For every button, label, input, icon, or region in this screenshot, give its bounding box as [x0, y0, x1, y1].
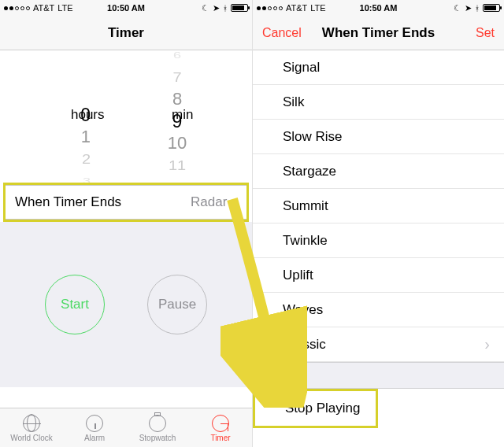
network: LTE — [57, 3, 72, 13]
tab-timer[interactable]: Timer — [189, 408, 252, 447]
carrier: AT&T — [286, 3, 307, 13]
moon-icon: ☾ — [454, 3, 461, 13]
sound-option[interactable]: Signal — [253, 50, 504, 85]
sound-option[interactable]: Stargaze — [253, 154, 504, 189]
page-title: When Timer Ends — [322, 25, 435, 41]
hours-label: hours — [71, 107, 105, 123]
globe-icon — [22, 414, 41, 433]
set-button[interactable]: Set — [476, 26, 495, 40]
timer-screen: AT&T LTE 10:50 AM ☾ ➤ ᚼ Timer 0 1 2 3 ho… — [0, 0, 252, 447]
when-timer-ends-label: When Timer Ends — [15, 194, 121, 210]
timer-icon — [211, 414, 230, 433]
battery-icon — [483, 4, 500, 12]
location-icon: ➤ — [213, 3, 220, 13]
pause-button[interactable]: Pause — [147, 275, 207, 334]
bluetooth-icon: ᚼ — [475, 4, 480, 13]
moon-icon: ☾ — [202, 3, 209, 13]
controls-area: Start Pause — [0, 222, 252, 387]
nav-bar: Timer — [0, 16, 252, 50]
battery-icon — [231, 4, 248, 12]
alarm-icon — [85, 414, 104, 433]
sound-option[interactable]: Slow Rise — [253, 120, 504, 154]
highlight-when-timer-ends: When Timer Ends Radar › — [3, 183, 249, 222]
status-bar: AT&T LTE 10:50 AM ☾ ➤ ᚼ — [0, 0, 252, 16]
tab-stopwatch[interactable]: Stopwatch — [126, 408, 189, 447]
sound-list[interactable]: Signal Silk Slow Rise Stargaze Summit Tw… — [253, 50, 504, 447]
highlight-stop-playing: Stop Playing — [253, 389, 378, 428]
stop-playing-row[interactable]: Stop Playing — [255, 391, 376, 426]
sound-option[interactable]: Twinkle — [253, 224, 504, 258]
network: LTE — [310, 3, 325, 13]
cancel-button[interactable]: Cancel — [262, 26, 302, 40]
signal-dots — [4, 6, 30, 10]
tab-bar: World Clock Alarm Stopwatch Timer — [0, 408, 252, 447]
signal-dots — [257, 6, 283, 10]
carrier: AT&T — [33, 3, 54, 13]
chevron-right-icon: › — [232, 194, 237, 212]
sound-option[interactable]: Summit — [253, 189, 504, 224]
sound-option[interactable]: Waves — [253, 293, 504, 327]
sound-option[interactable]: Silk — [253, 85, 504, 120]
min-label: min — [172, 107, 193, 123]
chevron-right-icon: › — [484, 335, 490, 353]
nav-bar: Cancel When Timer Ends Set — [253, 16, 504, 50]
sound-option[interactable]: Uplift — [253, 258, 504, 293]
when-timer-ends-row[interactable]: When Timer Ends Radar › — [6, 185, 246, 220]
bluetooth-icon: ᚼ — [223, 4, 228, 13]
sound-picker-screen: AT&T LTE 10:50 AM ☾ ➤ ᚼ Cancel When Time… — [252, 0, 504, 447]
duration-picker[interactable]: 0 1 2 3 hours 6 7 8 9 10 11 12 min — [0, 50, 252, 183]
status-bar: AT&T LTE 10:50 AM ☾ ➤ ᚼ — [253, 0, 504, 16]
stopwatch-icon — [148, 414, 167, 433]
tab-alarm[interactable]: Alarm — [63, 408, 126, 447]
clock-time: 10:50 AM — [107, 3, 145, 13]
page-title: Timer — [108, 25, 144, 41]
location-icon: ➤ — [465, 3, 472, 13]
start-button[interactable]: Start — [45, 275, 105, 334]
sound-option-classic[interactable]: Classic › — [253, 327, 504, 362]
tab-world-clock[interactable]: World Clock — [0, 408, 63, 447]
list-separator — [253, 362, 504, 389]
when-timer-ends-value: Radar — [191, 194, 227, 210]
clock-time: 10:50 AM — [360, 3, 398, 13]
